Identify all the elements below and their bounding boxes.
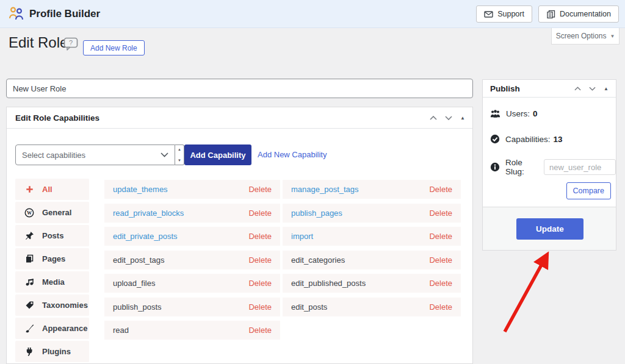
role-slug-label: Role Slug: (505, 158, 538, 176)
capability-delete-link[interactable]: Delete (248, 326, 272, 335)
compare-button[interactable]: Compare (566, 182, 611, 199)
role-slug-input[interactable] (544, 159, 616, 175)
capability-row: edit_posts Delete (283, 298, 461, 316)
capability-delete-link[interactable]: Delete (248, 279, 272, 288)
category-appearance[interactable]: Appearance (15, 318, 89, 339)
capability-name: read (113, 326, 129, 335)
support-label: Support (497, 10, 524, 18)
capability-delete-link[interactable]: Delete (429, 209, 452, 218)
publish-panel-header: Publish ▲ (483, 80, 616, 98)
capability-delete-link[interactable]: Delete (248, 232, 272, 241)
category-all[interactable]: All (15, 179, 89, 200)
capability-delete-link[interactable]: Delete (429, 255, 452, 265)
collapse-toggle-icon[interactable]: ▲ (604, 86, 609, 91)
add-new-role-button[interactable]: Add New Role (83, 40, 145, 55)
capability-row: manage_post_tags Delete (283, 180, 461, 199)
users-row: Users: 0 (490, 109, 538, 118)
screen-options-button[interactable]: Screen Options ▼ (551, 28, 620, 45)
category-label: Posts (42, 231, 63, 240)
add-capability-button[interactable]: Add Capability (184, 145, 251, 165)
capability-row: update_themes Delete (104, 180, 280, 199)
category-pages[interactable]: Pages (15, 248, 89, 269)
capability-delete-link[interactable]: Delete (248, 185, 272, 194)
spinner-up-icon[interactable]: ▲ (178, 148, 181, 151)
capability-row: edit_post_tags Delete (104, 251, 280, 269)
capabilities-count-label: Capabilities: (505, 135, 551, 144)
capability-name-link[interactable]: update_themes (113, 185, 168, 194)
update-button[interactable]: Update (516, 218, 583, 240)
capability-delete-link[interactable]: Delete (429, 232, 452, 241)
publish-panel: Publish ▲ (482, 79, 616, 251)
category-taxonomies[interactable]: Taxonomies (15, 294, 89, 316)
capabilities-select[interactable]: Select capabilities (15, 145, 175, 165)
brand: Profile Builder (8, 5, 100, 22)
add-new-capability-link[interactable]: Add New Capability (258, 150, 327, 159)
move-up-icon[interactable] (430, 116, 437, 120)
plus-icon (24, 185, 34, 194)
plug-icon (24, 347, 34, 357)
capability-categories: All W General Posts (15, 179, 89, 362)
capability-name: publish_posts (113, 302, 162, 312)
capability-row: upload_files Delete (104, 274, 280, 293)
brush-icon (24, 324, 34, 334)
capability-name: edit_post_tags (113, 255, 165, 265)
capability-list-column-2: manage_post_tags Delete publish_pages De… (283, 180, 461, 316)
capability-name-link[interactable]: publish_pages (291, 209, 342, 218)
support-button[interactable]: Support (476, 5, 532, 23)
capability-name: edit_posts (291, 302, 327, 312)
capability-delete-link[interactable]: Delete (429, 185, 452, 194)
profile-builder-logo-icon (8, 5, 24, 22)
capability-delete-link[interactable]: Delete (248, 302, 272, 312)
capability-delete-link[interactable]: Delete (429, 302, 452, 312)
capability-name-link[interactable]: import (291, 232, 313, 241)
capability-row: read Delete (104, 321, 280, 340)
page: Profile Builder Support (0, 0, 625, 364)
category-posts[interactable]: Posts (15, 225, 89, 246)
category-general[interactable]: W General (15, 202, 89, 223)
info-circle-icon (490, 162, 500, 172)
capability-name-link[interactable]: read_private_blocks (113, 209, 184, 218)
document-icon (546, 10, 555, 19)
help-icon[interactable]: ? (63, 37, 78, 54)
app-title: Profile Builder (29, 8, 100, 20)
capability-row: publish_posts Delete (104, 298, 280, 316)
role-name-input[interactable] (6, 79, 473, 98)
capability-row: edit_private_posts Delete (104, 227, 280, 246)
capability-delete-link[interactable]: Delete (429, 279, 452, 288)
mail-icon (484, 10, 493, 19)
move-up-icon[interactable] (574, 87, 581, 91)
capability-list-column-1: update_themes Delete read_private_blocks… (104, 180, 280, 340)
capabilities-panel-title: Edit Role Capabilities (15, 113, 99, 123)
collapse-toggle-icon[interactable]: ▲ (460, 115, 465, 121)
screen-options-label: Screen Options (556, 32, 607, 40)
capability-name: edit_published_posts (291, 279, 366, 288)
capabilities-count-value: 13 (554, 135, 563, 144)
capability-name-link[interactable]: edit_private_posts (113, 232, 178, 241)
check-circle-icon (490, 134, 500, 144)
category-label: Appearance (42, 324, 87, 333)
capability-delete-link[interactable]: Delete (248, 255, 272, 265)
move-down-icon[interactable] (589, 87, 596, 91)
publish-title: Publish (490, 84, 520, 93)
capabilities-panel-header: Edit Role Capabilities ▲ (7, 107, 472, 129)
documentation-button[interactable]: Documentation (538, 5, 619, 23)
spinner-down-icon[interactable]: ▼ (178, 159, 181, 162)
category-label: Plugins (42, 347, 71, 356)
documentation-label: Documentation (560, 10, 611, 18)
wordpress-icon: W (24, 208, 34, 218)
users-icon (490, 109, 500, 118)
category-label: Taxonomies (42, 301, 88, 310)
capabilities-select-placeholder: Select capabilities (22, 151, 85, 160)
category-media[interactable]: Media (15, 271, 89, 293)
category-label: Pages (42, 254, 65, 263)
pages-icon (24, 254, 34, 264)
capability-delete-link[interactable]: Delete (248, 209, 272, 218)
capability-row: read_private_blocks Delete (104, 204, 280, 223)
role-slug-row: Role Slug: (490, 158, 616, 176)
move-down-icon[interactable] (445, 116, 452, 120)
category-plugins[interactable]: Plugins (15, 341, 89, 362)
select-spinner[interactable]: ▲ ▼ (175, 145, 184, 165)
svg-text:W: W (27, 210, 32, 216)
capability-name-link[interactable]: manage_post_tags (291, 185, 359, 194)
capability-row: publish_pages Delete (283, 204, 461, 223)
